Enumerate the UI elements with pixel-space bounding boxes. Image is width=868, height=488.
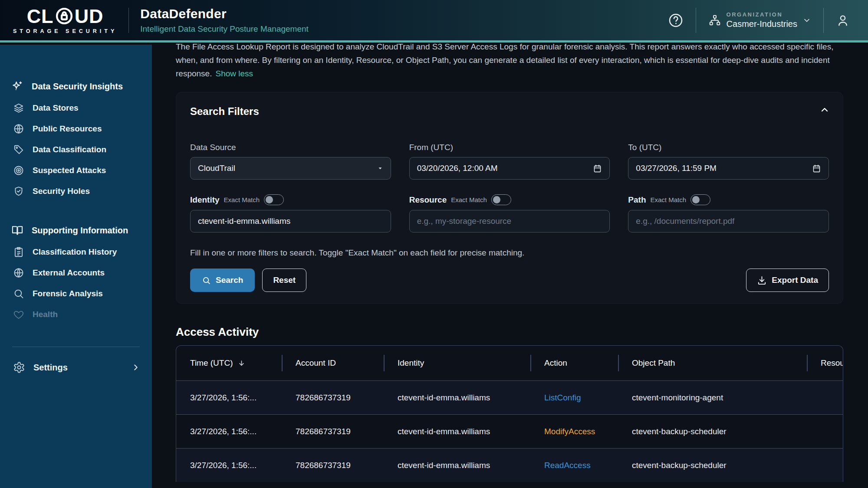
- org-hierarchy-icon: [708, 14, 721, 27]
- show-less-link[interactable]: Show less: [215, 69, 253, 78]
- column-header-time[interactable]: Time (UTC): [176, 346, 282, 380]
- cell-action-link[interactable]: ListConfig: [530, 381, 618, 414]
- organization-label: ORGANIZATION: [727, 11, 797, 18]
- sort-descending-icon[interactable]: [237, 359, 246, 367]
- reset-button[interactable]: Reset: [262, 269, 306, 292]
- sidebar-item-supporting-information[interactable]: Supporting Information: [0, 219, 152, 242]
- sidebar-item-forensic-analysis[interactable]: Forensic Analysis: [0, 283, 152, 304]
- column-header-resource[interactable]: Resource: [807, 346, 843, 380]
- sidebar-item-security-holes[interactable]: Security Holes: [0, 181, 152, 202]
- app-name: DataDefender: [140, 7, 309, 21]
- logo-subtitle: STORAGE SECURITY: [13, 28, 117, 34]
- from-date-field: From (UTC) 03/20/2026, 12:00 AM: [409, 143, 610, 180]
- path-exact-match-toggle[interactable]: [690, 194, 710, 205]
- toggle-knob: [266, 196, 273, 203]
- sidebar-item-label: Public Resources: [33, 124, 102, 134]
- description-text: The File Access Lookup Report is designe…: [176, 42, 833, 78]
- column-header-label: Action: [544, 358, 567, 368]
- page-description: The File Access Lookup Report is designe…: [176, 40, 842, 80]
- sidebar-divider: [12, 347, 140, 347]
- from-date-input[interactable]: 03/20/2026, 12:00 AM: [409, 157, 610, 180]
- search-button[interactable]: Search: [190, 269, 255, 292]
- identity-input[interactable]: [190, 210, 391, 233]
- cell-account-id: 782686737319: [282, 415, 384, 448]
- path-field: Path Exact Match: [628, 194, 829, 233]
- sidebar-item-external-accounts[interactable]: External Accounts: [0, 262, 152, 283]
- search-filters-card: Search Filters Data Source CloudTrail Fr…: [176, 92, 843, 304]
- sidebar-item-health: Health: [0, 304, 152, 325]
- search-button-label: Search: [216, 275, 243, 285]
- download-icon: [757, 275, 767, 285]
- access-activity-title: Access Activity: [176, 325, 843, 339]
- sidebar-item-label: Settings: [33, 363, 68, 373]
- header-divider: [823, 8, 824, 33]
- help-button[interactable]: [668, 13, 684, 28]
- cell-action-link[interactable]: ReadAccess: [530, 449, 618, 482]
- reset-button-label: Reset: [273, 275, 296, 285]
- resource-input[interactable]: [409, 210, 610, 233]
- to-date-value: 03/27/2026, 11:59 PM: [636, 164, 717, 173]
- sidebar-item-data-classification[interactable]: Data Classification: [0, 139, 152, 160]
- path-label: Path: [628, 195, 646, 205]
- data-source-field: Data Source CloudTrail: [190, 143, 391, 180]
- table-row[interactable]: 3/27/2026, 1:56:... 782686737319 ctevent…: [176, 448, 843, 482]
- company-logo: CL UD STORAGE SECURITY: [13, 7, 117, 34]
- cell-time: 3/27/2026, 1:56:...: [176, 415, 282, 448]
- to-date-field: To (UTC) 03/27/2026, 11:59 PM: [628, 143, 829, 180]
- cell-identity: ctevent-id-emma.williams: [384, 449, 530, 482]
- sidebar-item-label: Classification History: [33, 247, 117, 257]
- data-source-value: CloudTrail: [198, 164, 235, 173]
- sidebar-item-classification-history[interactable]: Classification History: [0, 242, 152, 262]
- gear-icon: [13, 361, 25, 373]
- sidebar-item-label: External Accounts: [33, 268, 105, 278]
- data-source-label: Data Source: [190, 143, 391, 152]
- cell-identity: ctevent-id-emma.williams: [384, 381, 530, 414]
- data-source-select[interactable]: CloudTrail: [190, 157, 391, 180]
- calendar-icon[interactable]: [812, 164, 821, 173]
- path-input[interactable]: [628, 210, 829, 233]
- user-profile-button[interactable]: [836, 13, 850, 27]
- table-header-row: Time (UTC) Account ID Identity Action Ob…: [176, 346, 843, 380]
- search-icon: [202, 276, 211, 285]
- cell-time: 3/27/2026, 1:56:...: [176, 381, 282, 414]
- identity-exact-match-toggle[interactable]: [264, 194, 284, 205]
- calendar-icon[interactable]: [593, 164, 602, 173]
- target-icon: [13, 165, 24, 176]
- cell-object-path: ctevent-backup-scheduler: [618, 415, 807, 448]
- export-button-label: Export Data: [772, 275, 818, 285]
- column-header-object-path[interactable]: Object Path: [618, 346, 807, 380]
- column-header-account-id[interactable]: Account ID: [282, 346, 384, 380]
- access-activity-table: Time (UTC) Account ID Identity Action Ob…: [176, 345, 843, 482]
- heart-icon: [13, 309, 24, 320]
- cell-action-link[interactable]: ModifyAccess: [530, 415, 618, 448]
- column-header-label: Object Path: [632, 358, 675, 368]
- search-filters-title: Search Filters: [190, 105, 829, 118]
- organization-switcher[interactable]: ORGANIZATION Casmer-Industries: [708, 11, 811, 29]
- column-header-label: Account ID: [296, 358, 336, 368]
- resource-exact-match-toggle[interactable]: [491, 194, 511, 205]
- to-date-label: To (UTC): [628, 143, 829, 152]
- sidebar-item-label: Data Security Insights: [32, 82, 123, 92]
- column-header-identity[interactable]: Identity: [384, 346, 530, 380]
- chevron-right-icon: [131, 363, 141, 372]
- app-tagline: Intelligent Data Security Posture Manage…: [140, 24, 309, 34]
- sidebar-item-suspected-attacks[interactable]: Suspected Attacks: [0, 160, 152, 181]
- sidebar-item-public-resources[interactable]: Public Resources: [0, 118, 152, 139]
- cell-resource: [807, 415, 843, 448]
- column-header-action[interactable]: Action: [530, 346, 618, 380]
- sidebar-item-data-stores[interactable]: Data Stores: [0, 98, 152, 118]
- cell-account-id: 782686737319: [282, 381, 384, 414]
- sidebar-item-data-security-insights[interactable]: Data Security Insights: [0, 75, 152, 98]
- table-row[interactable]: 3/27/2026, 1:56:... 782686737319 ctevent…: [176, 380, 843, 414]
- table-row[interactable]: 3/27/2026, 1:56:... 782686737319 ctevent…: [176, 414, 843, 448]
- sidebar-item-settings[interactable]: Settings: [0, 357, 152, 378]
- cell-object-path: ctevent-backup-scheduler: [618, 449, 807, 482]
- export-data-button[interactable]: Export Data: [746, 269, 829, 292]
- collapse-filters-button[interactable]: [819, 105, 830, 115]
- toggle-knob: [493, 196, 500, 203]
- sidebar-item-label: Data Classification: [33, 145, 106, 154]
- cell-time: 3/27/2026, 1:56:...: [176, 449, 282, 482]
- header-divider: [696, 8, 696, 33]
- to-date-input[interactable]: 03/27/2026, 11:59 PM: [628, 157, 829, 180]
- cell-account-id: 782686737319: [282, 449, 384, 482]
